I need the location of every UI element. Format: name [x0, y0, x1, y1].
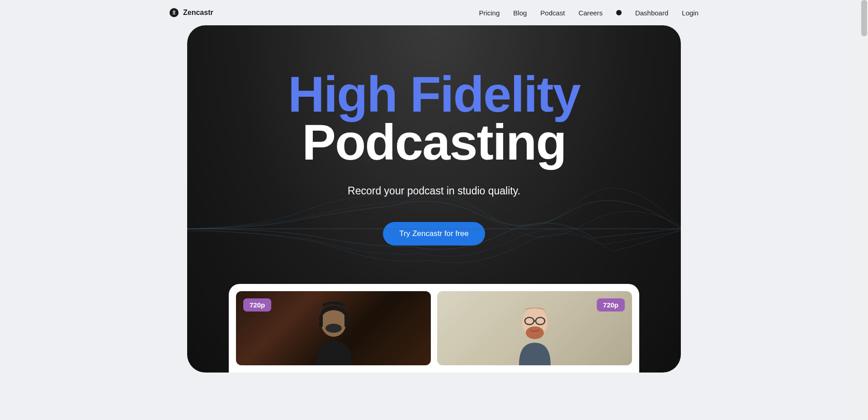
nav-item-login[interactable]: Login — [682, 9, 698, 17]
participant-avatar-icon — [499, 297, 571, 365]
resolution-badge: 720p — [243, 298, 271, 311]
logo-section[interactable]: Zencastr — [170, 8, 213, 17]
hero-section: High Fidelity Podcasting Record your pod… — [187, 25, 681, 373]
video-tile-left: 720p — [236, 291, 431, 365]
hero-title: High Fidelity Podcasting — [187, 71, 681, 167]
nav-item-careers[interactable]: Careers — [579, 9, 603, 17]
hero-subtitle: Record your podcast in studio quality. — [187, 185, 681, 197]
scrollbar-track[interactable] — [860, 0, 868, 420]
svg-point-10 — [526, 326, 544, 339]
nav-item-blog[interactable]: Blog — [513, 9, 527, 17]
hero-title-line1: High Fidelity — [187, 71, 681, 118]
nav-item-dashboard[interactable]: Dashboard — [635, 9, 668, 17]
svg-rect-3 — [319, 315, 323, 327]
resolution-badge: 720p — [597, 298, 625, 311]
hero-title-line2: Podcasting — [187, 118, 681, 166]
svg-point-5 — [326, 324, 342, 333]
nav-separator-dot-icon — [616, 10, 622, 15]
try-free-button[interactable]: Try Zencastr for free — [383, 222, 485, 245]
video-panel: 720p 720p — [229, 284, 639, 373]
video-tile-right: 720p — [437, 291, 632, 365]
participant-avatar-icon — [297, 297, 370, 365]
nav-item-podcast[interactable]: Podcast — [540, 9, 565, 17]
zencastr-logo-icon — [170, 8, 179, 17]
logo-text: Zencastr — [183, 9, 213, 17]
nav-item-pricing[interactable]: Pricing — [479, 9, 500, 17]
svg-point-0 — [173, 11, 175, 13]
main-header: Zencastr Pricing Blog Podcast Careers Da… — [170, 0, 698, 25]
scrollbar-thumb[interactable] — [861, 0, 867, 36]
main-nav: Pricing Blog Podcast Careers Dashboard L… — [479, 9, 698, 17]
svg-rect-4 — [344, 315, 348, 327]
